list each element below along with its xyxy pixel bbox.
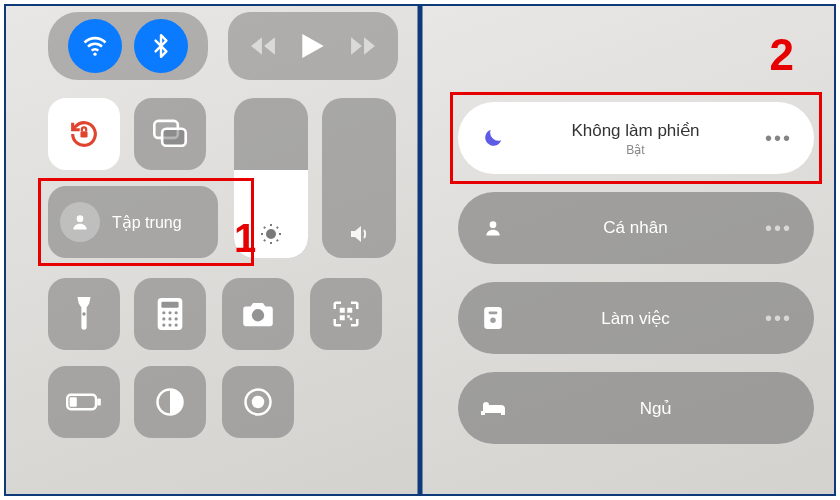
qr-scan-button[interactable] bbox=[310, 278, 382, 350]
svg-point-13 bbox=[168, 317, 171, 320]
panel-divider bbox=[418, 6, 423, 494]
svg-rect-22 bbox=[347, 315, 350, 318]
focus-label: Tập trung bbox=[112, 213, 182, 232]
work-title: Làm việc bbox=[520, 308, 751, 329]
battery-icon bbox=[66, 392, 102, 412]
svg-point-0 bbox=[93, 53, 96, 56]
dark-mode-icon bbox=[155, 387, 185, 417]
dnd-subtitle: Bật bbox=[520, 143, 751, 157]
badge-icon bbox=[480, 307, 506, 329]
volume-slider[interactable] bbox=[322, 98, 396, 258]
bluetooth-toggle[interactable] bbox=[134, 19, 188, 73]
svg-point-10 bbox=[168, 311, 171, 314]
annotation-step1: 1 bbox=[234, 216, 256, 261]
orientation-lock-toggle[interactable] bbox=[48, 98, 120, 170]
svg-rect-1 bbox=[80, 131, 87, 137]
moon-icon bbox=[480, 127, 506, 149]
control-center-panel: Tập trung bbox=[6, 6, 420, 494]
screen-mirroring-icon bbox=[153, 119, 187, 149]
connectivity-group bbox=[48, 12, 208, 80]
svg-point-15 bbox=[162, 323, 165, 326]
sleep-title: Ngủ bbox=[520, 398, 792, 419]
bluetooth-icon bbox=[148, 33, 174, 59]
low-power-button[interactable] bbox=[48, 366, 120, 438]
more-icon[interactable]: ••• bbox=[765, 307, 792, 330]
screen-record-button[interactable] bbox=[222, 366, 294, 438]
camera-button[interactable] bbox=[222, 278, 294, 350]
svg-point-14 bbox=[175, 317, 178, 320]
record-icon bbox=[243, 387, 273, 417]
svg-rect-25 bbox=[97, 398, 101, 405]
svg-point-12 bbox=[162, 317, 165, 320]
svg-point-16 bbox=[168, 323, 171, 326]
more-icon[interactable]: ••• bbox=[765, 127, 792, 150]
flashlight-button[interactable] bbox=[48, 278, 120, 350]
rewind-icon[interactable] bbox=[250, 36, 276, 56]
svg-rect-8 bbox=[161, 302, 178, 308]
wifi-toggle[interactable] bbox=[68, 19, 122, 73]
focus-button[interactable]: Tập trung bbox=[48, 186, 218, 258]
screen-mirroring-button[interactable] bbox=[134, 98, 206, 170]
svg-point-11 bbox=[175, 311, 178, 314]
svg-point-5 bbox=[267, 230, 275, 238]
annotation-step2: 2 bbox=[770, 30, 794, 80]
person-icon bbox=[480, 218, 506, 238]
forward-icon[interactable] bbox=[350, 36, 376, 56]
svg-point-30 bbox=[490, 221, 497, 228]
svg-rect-21 bbox=[340, 315, 345, 320]
calculator-icon bbox=[157, 298, 183, 330]
dnd-title: Không làm phiền bbox=[520, 120, 751, 141]
svg-rect-3 bbox=[162, 129, 186, 146]
play-icon[interactable] bbox=[302, 34, 324, 58]
qr-icon bbox=[331, 299, 361, 329]
svg-point-33 bbox=[490, 317, 496, 323]
focus-mode-sleep[interactable]: Ngủ bbox=[458, 372, 814, 444]
svg-point-6 bbox=[82, 312, 85, 315]
orientation-lock-icon bbox=[67, 117, 101, 151]
bed-icon bbox=[480, 400, 506, 416]
camera-icon bbox=[242, 301, 274, 327]
dark-mode-button[interactable] bbox=[134, 366, 206, 438]
svg-point-29 bbox=[252, 396, 265, 409]
outer-frame: Tập trung bbox=[4, 4, 836, 496]
svg-rect-19 bbox=[340, 308, 345, 313]
focus-mode-work[interactable]: Làm việc ••• bbox=[458, 282, 814, 354]
svg-point-4 bbox=[77, 215, 84, 222]
svg-point-18 bbox=[252, 309, 264, 321]
flashlight-icon bbox=[74, 297, 94, 331]
focus-mode-personal[interactable]: Cá nhân ••• bbox=[458, 192, 814, 264]
svg-point-17 bbox=[175, 323, 178, 326]
personal-title: Cá nhân bbox=[520, 218, 751, 238]
more-icon[interactable]: ••• bbox=[765, 217, 792, 240]
svg-rect-23 bbox=[350, 318, 353, 321]
brightness-icon bbox=[259, 222, 283, 246]
svg-rect-26 bbox=[70, 397, 77, 407]
svg-point-9 bbox=[162, 311, 165, 314]
volume-icon bbox=[346, 222, 372, 246]
focus-mode-dnd[interactable]: Không làm phiền Bật ••• bbox=[458, 102, 814, 174]
focus-modes-panel: 2 Không làm phiền Bật ••• Cá nhân bbox=[420, 6, 834, 494]
svg-rect-20 bbox=[347, 308, 352, 313]
focus-mode-list: Không làm phiền Bật ••• Cá nhân ••• bbox=[458, 102, 814, 444]
media-controls bbox=[228, 12, 398, 80]
person-icon bbox=[60, 202, 100, 242]
wifi-icon bbox=[81, 32, 109, 60]
svg-rect-32 bbox=[489, 311, 498, 314]
calculator-button[interactable] bbox=[134, 278, 206, 350]
